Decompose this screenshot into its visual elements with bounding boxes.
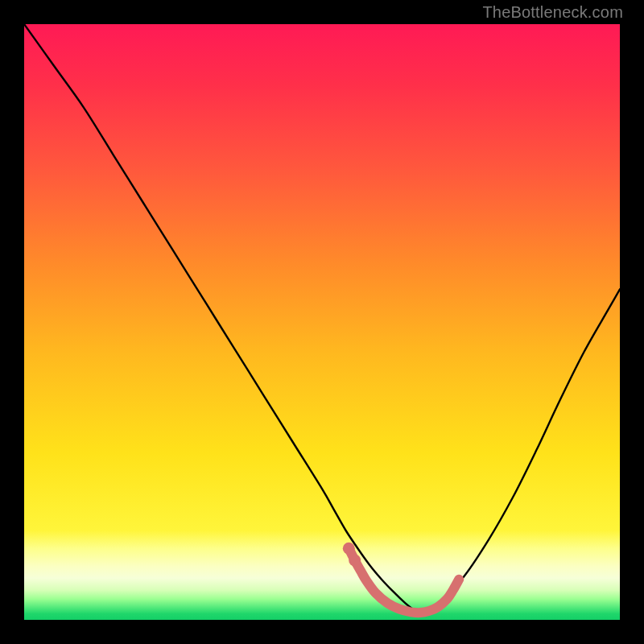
chart-frame: TheBottleneck.com bbox=[0, 0, 644, 644]
plot-area bbox=[24, 24, 620, 620]
highlight-dot bbox=[349, 555, 361, 567]
highlight-dot bbox=[343, 543, 355, 555]
curve-layer bbox=[24, 24, 620, 620]
left-curve bbox=[24, 24, 417, 613]
watermark-text: TheBottleneck.com bbox=[482, 3, 623, 22]
right-curve bbox=[417, 289, 620, 613]
